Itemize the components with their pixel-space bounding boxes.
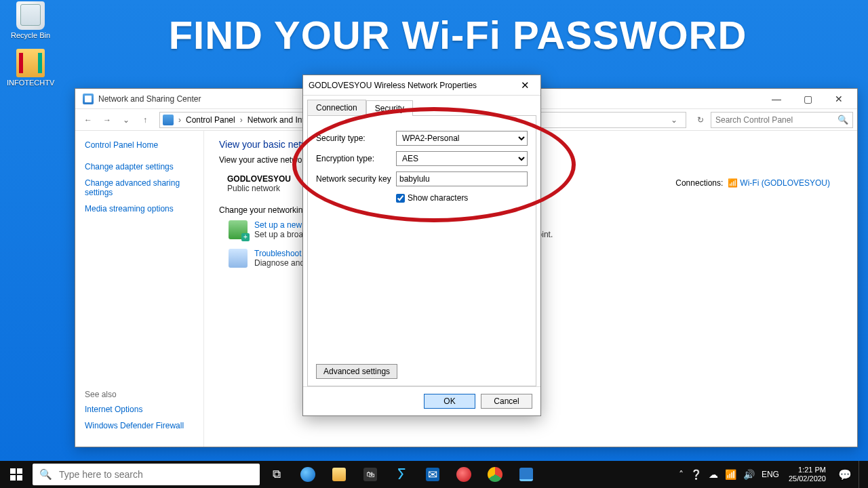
taskbar-app-store[interactable]: 🛍 xyxy=(355,461,386,488)
folder-icon xyxy=(16,49,45,77)
maximize-button[interactable]: ▢ xyxy=(792,89,823,109)
advanced-settings-button[interactable]: Advanced settings xyxy=(316,364,397,379)
security-type-select[interactable]: WPA2-Personal xyxy=(396,131,528,146)
taskbar-clock[interactable]: 1:21 PM 25/02/2020 xyxy=(783,466,831,483)
taskbar-search-input[interactable] xyxy=(59,469,253,480)
show-desktop-button[interactable] xyxy=(859,461,868,488)
ok-button[interactable]: OK xyxy=(424,394,475,409)
recycle-bin-label: Recycle Bin xyxy=(7,31,54,39)
dialog-title: GODLOVESYOU Wireless Network Properties xyxy=(309,81,515,90)
add-connection-icon xyxy=(229,220,248,239)
security-type-label: Security type: xyxy=(316,134,396,143)
refresh-button[interactable]: ↻ xyxy=(692,111,709,129)
task-view-button[interactable]: ⧉ xyxy=(261,461,292,488)
dialog-tabs: Connection Security xyxy=(303,96,540,115)
taskbar-app-controlpanel[interactable] xyxy=(511,461,542,488)
start-button[interactable] xyxy=(0,461,33,488)
security-tab-pane: Security type: WPA2-Personal Encryption … xyxy=(307,115,536,386)
network-icon xyxy=(83,94,94,104)
headline-overlay: FIND YOUR Wi-Fi PASSWORD xyxy=(75,12,841,58)
sidebar-item-sharing[interactable]: Change advanced sharing settings xyxy=(85,178,194,197)
recent-dropdown[interactable]: ⌄ xyxy=(117,111,135,129)
taskbar-app-edge[interactable]: ⵢ xyxy=(386,461,417,488)
tray-volume-icon[interactable]: 🔊 xyxy=(743,469,755,480)
network-key-label: Network security key xyxy=(316,174,396,184)
taskbar: 🔍 ⧉ 🛍 ⵢ ✉ ˄ ❔ ☁ 📶 🔊 ENG 1:21 PM 25/02/20… xyxy=(0,461,868,488)
network-key-input[interactable] xyxy=(396,171,528,186)
show-characters-label: Show characters xyxy=(408,193,468,203)
taskbar-app-ie[interactable] xyxy=(292,461,323,488)
clock-time: 1:21 PM xyxy=(798,466,826,474)
tab-connection[interactable]: Connection xyxy=(307,100,366,115)
search-box[interactable]: 🔍 xyxy=(711,112,853,128)
clock-date: 25/02/2020 xyxy=(789,474,826,483)
system-tray: ˄ ❔ ☁ 📶 🔊 ENG xyxy=(675,469,783,480)
forward-button[interactable]: → xyxy=(98,111,116,129)
tray-wifi-icon[interactable]: 📶 xyxy=(725,469,736,480)
breadcrumb-icon xyxy=(163,115,174,125)
search-icon: 🔍 xyxy=(837,115,848,125)
cancel-button[interactable]: Cancel xyxy=(481,394,532,409)
action-center-button[interactable]: 💬 xyxy=(831,468,859,481)
connections-label: Connections: xyxy=(675,178,723,188)
trash-icon xyxy=(16,1,45,30)
tray-onedrive-icon[interactable]: ☁ xyxy=(709,469,718,480)
search-input[interactable] xyxy=(715,115,837,125)
taskbar-app-chrome[interactable] xyxy=(479,461,511,488)
search-icon: 🔍 xyxy=(39,468,52,481)
dialog-close-button[interactable]: ✕ xyxy=(515,79,535,92)
chevron-right-icon: › xyxy=(238,115,245,125)
chevron-right-icon: › xyxy=(176,115,183,125)
see-also-label: See also xyxy=(85,390,194,399)
network-name: GODLOVESYOU xyxy=(227,174,291,184)
encryption-type-select[interactable]: AES xyxy=(396,151,528,166)
taskbar-search[interactable]: 🔍 xyxy=(33,464,260,485)
desktop-folder[interactable]: INFOTECHTV xyxy=(7,49,54,87)
wireless-properties-dialog: GODLOVESYOU Wireless Network Properties … xyxy=(302,75,541,416)
minimize-button[interactable]: — xyxy=(761,89,792,109)
recycle-bin[interactable]: Recycle Bin xyxy=(7,1,54,39)
wifi-connection-link[interactable]: Wi-Fi (GODLOVESYOU) xyxy=(740,178,830,188)
sidebar-item-media[interactable]: Media streaming options xyxy=(85,204,194,214)
dialog-titlebar[interactable]: GODLOVESYOU Wireless Network Properties … xyxy=(303,75,540,96)
address-dropdown[interactable]: ⌄ xyxy=(665,111,683,129)
tab-security[interactable]: Security xyxy=(366,100,413,116)
sidebar-item-firewall[interactable]: Windows Defender Firewall xyxy=(85,421,194,430)
desktop-folder-label: INFOTECHTV xyxy=(7,79,54,87)
sidebar: Control Panel Home Change adapter settin… xyxy=(75,131,204,447)
taskbar-app-mail[interactable]: ✉ xyxy=(417,461,448,488)
close-button[interactable]: ✕ xyxy=(823,89,854,109)
windows-logo-icon xyxy=(10,468,22,481)
tray-help-icon[interactable]: ❔ xyxy=(690,469,702,480)
tray-language[interactable]: ENG xyxy=(762,470,779,479)
up-button[interactable]: ↑ xyxy=(136,111,154,129)
sidebar-item-adapter[interactable]: Change adapter settings xyxy=(85,162,194,171)
taskbar-app-explorer[interactable] xyxy=(323,461,355,488)
control-panel-home[interactable]: Control Panel Home xyxy=(85,140,194,150)
breadcrumb-root[interactable]: Control Panel xyxy=(186,115,235,125)
back-button[interactable]: ← xyxy=(79,111,97,129)
show-characters-checkbox[interactable] xyxy=(396,194,405,203)
encryption-type-label: Encryption type: xyxy=(316,154,396,163)
troubleshoot-icon xyxy=(229,249,248,268)
tray-overflow-button[interactable]: ˄ xyxy=(679,469,684,480)
taskbar-app-opera[interactable] xyxy=(448,461,479,488)
sidebar-item-internet-options[interactable]: Internet Options xyxy=(85,405,194,414)
